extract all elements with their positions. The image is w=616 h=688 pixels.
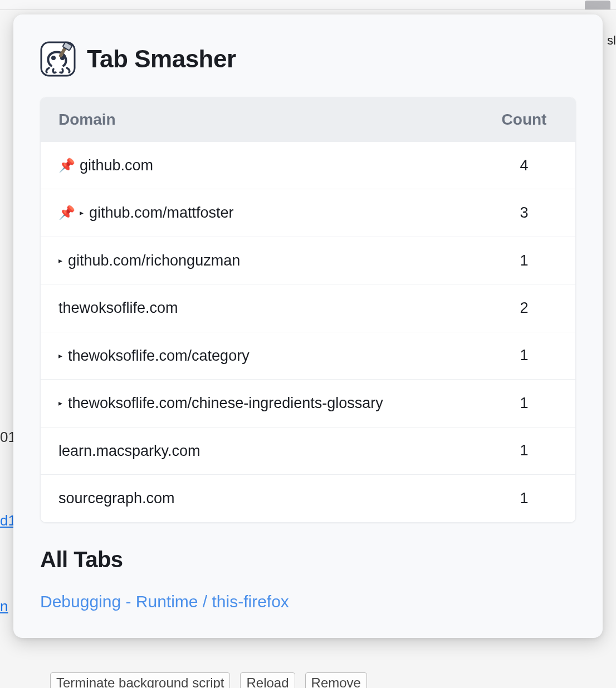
svg-point-1: [51, 56, 56, 60]
count-cell: 3: [491, 204, 558, 222]
table-row[interactable]: ▸ thewoksoflife.com/category 1: [41, 332, 575, 379]
domain-label: sourcegraph.com: [58, 488, 175, 508]
pin-icon: 📌: [58, 204, 75, 222]
table-row[interactable]: ▸ github.com/richonguzman 1: [41, 237, 575, 284]
domain-cell: ▸ thewoksoflife.com/category: [58, 346, 491, 366]
app-logo-icon: [40, 41, 76, 77]
count-cell: 4: [491, 157, 558, 174]
column-header-domain: Domain: [58, 111, 491, 129]
caret-right-icon: ▸: [58, 351, 62, 361]
table-row[interactable]: 📌 github.com 4: [41, 142, 575, 189]
domain-cell: 📌 github.com: [58, 155, 491, 175]
background-text-fragment: sl: [607, 33, 616, 48]
remove-button[interactable]: Remove: [305, 672, 367, 688]
domain-count-table: Domain Count 📌 github.com 4 📌 ▸ github.c…: [40, 97, 576, 523]
count-cell: 1: [491, 490, 558, 507]
panel-header: Tab Smasher: [40, 41, 576, 77]
table-row[interactable]: thewoksoflife.com 2: [41, 284, 575, 331]
reload-button[interactable]: Reload: [240, 672, 295, 688]
domain-label: learn.macsparky.com: [58, 441, 201, 461]
count-cell: 1: [491, 252, 558, 269]
count-cell: 1: [491, 442, 558, 459]
domain-cell: ▸ thewoksoflife.com/chinese-ingredients-…: [58, 393, 491, 413]
count-cell: 1: [491, 395, 558, 412]
domain-cell: 📌 ▸ github.com/mattfoster: [58, 203, 491, 223]
caret-right-icon: ▸: [58, 255, 62, 266]
domain-label: github.com/mattfoster: [89, 203, 234, 223]
table-row[interactable]: ▸ thewoksoflife.com/chinese-ingredients-…: [41, 379, 575, 426]
pin-icon: 📌: [58, 156, 75, 174]
table-row[interactable]: 📌 ▸ github.com/mattfoster 3: [41, 189, 575, 236]
panel-title: Tab Smasher: [87, 45, 236, 73]
caret-right-icon: ▸: [58, 398, 62, 409]
tab-link[interactable]: Debugging - Runtime / this-firefox: [40, 592, 576, 611]
domain-label: thewoksoflife.com/category: [68, 346, 250, 366]
domain-label: thewoksoflife.com/chinese-ingredients-gl…: [68, 393, 383, 413]
table-header-row: Domain Count: [41, 97, 575, 142]
count-cell: 2: [491, 299, 558, 317]
extension-popup-panel: Tab Smasher Domain Count 📌 github.com 4 …: [13, 14, 603, 638]
domain-cell: sourcegraph.com: [58, 488, 491, 508]
domain-label: github.com: [80, 155, 153, 175]
all-tabs-heading: All Tabs: [40, 547, 576, 572]
background-button-row: Terminate background script Reload Remov…: [50, 672, 367, 688]
domain-label: thewoksoflife.com: [58, 298, 178, 318]
column-header-count: Count: [491, 111, 558, 129]
background-link-fragment[interactable]: n: [0, 598, 8, 615]
table-row[interactable]: learn.macsparky.com 1: [41, 427, 575, 474]
domain-cell: learn.macsparky.com: [58, 441, 491, 461]
domain-label: github.com/richonguzman: [68, 250, 240, 271]
table-row[interactable]: sourcegraph.com 1: [41, 474, 575, 522]
browser-toolbar: [0, 0, 616, 10]
domain-cell: ▸ github.com/richonguzman: [58, 250, 491, 271]
caret-right-icon: ▸: [80, 208, 84, 218]
toolbar-button-active[interactable]: [585, 1, 610, 9]
count-cell: 1: [491, 347, 558, 364]
terminate-script-button[interactable]: Terminate background script: [50, 672, 230, 688]
domain-cell: thewoksoflife.com: [58, 298, 491, 318]
